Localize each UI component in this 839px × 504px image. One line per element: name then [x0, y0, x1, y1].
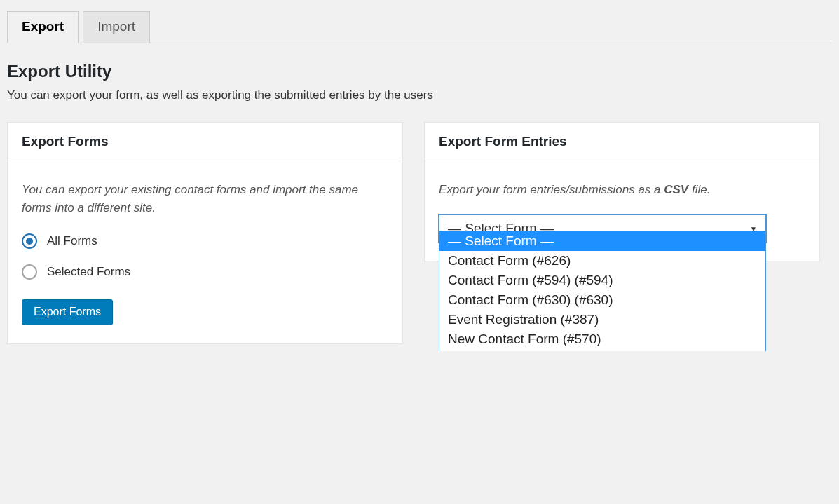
- radio-icon: [22, 264, 37, 280]
- tab-export[interactable]: Export: [7, 11, 79, 43]
- export-entries-description: Export your form entries/submissions as …: [439, 181, 805, 199]
- dropdown-option[interactable]: Quiz (#577): [439, 349, 765, 351]
- radio-all-forms-label: All Forms: [47, 234, 97, 248]
- dropdown-option[interactable]: — Select Form —: [439, 231, 765, 251]
- radio-icon: [22, 233, 37, 249]
- dropdown-option[interactable]: Contact Form (#626): [439, 251, 765, 271]
- export-forms-button[interactable]: Export Forms: [22, 299, 113, 325]
- export-forms-title: Export Forms: [22, 134, 388, 149]
- export-forms-description: You can export your existing contact for…: [22, 181, 388, 218]
- dropdown-option[interactable]: Event Registration (#387): [439, 310, 765, 329]
- radio-selected-forms-label: Selected Forms: [47, 265, 130, 279]
- radio-selected-forms[interactable]: Selected Forms: [22, 264, 388, 280]
- page-title: Export Utility: [7, 62, 832, 81]
- page-description: You can export your form, as well as exp…: [7, 88, 832, 102]
- tab-import[interactable]: Import: [83, 11, 150, 43]
- dropdown-option[interactable]: New Contact Form (#570): [439, 329, 765, 349]
- dropdown-option[interactable]: Contact Form (#594) (#594): [439, 271, 765, 290]
- dropdown-option[interactable]: Contact Form (#630) (#630): [439, 290, 765, 310]
- export-entries-title: Export Form Entries: [439, 134, 805, 149]
- export-forms-panel: Export Forms You can export your existin…: [7, 122, 403, 344]
- export-entries-panel: Export Form Entries Export your form ent…: [424, 122, 820, 261]
- radio-all-forms[interactable]: All Forms: [22, 233, 388, 249]
- tabs-nav: Export Import: [7, 11, 832, 43]
- select-form-options-list: — Select Form — Contact Form (#626) Cont…: [439, 231, 766, 351]
